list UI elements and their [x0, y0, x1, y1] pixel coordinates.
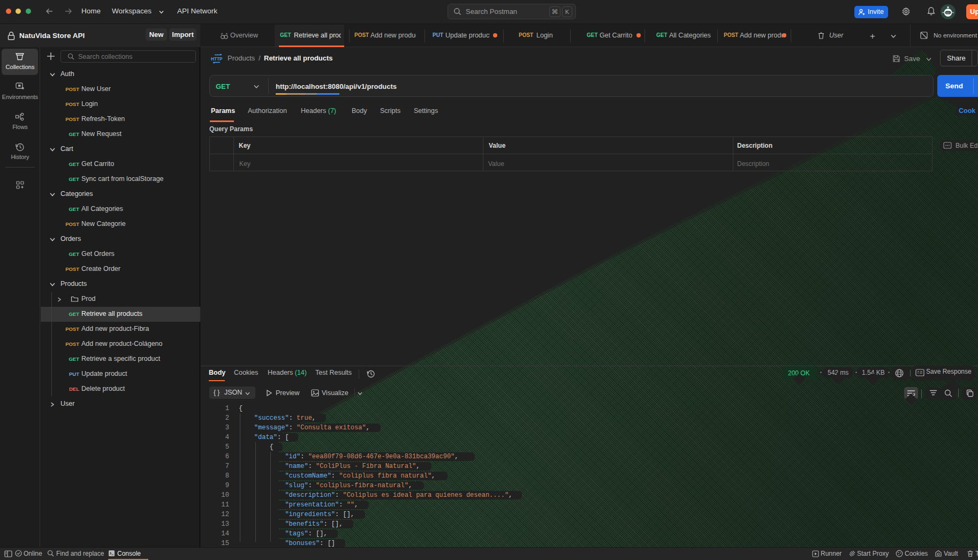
svg-text:HTTP: HTTP — [211, 57, 223, 62]
svg-text:</>: </> — [946, 11, 950, 14]
